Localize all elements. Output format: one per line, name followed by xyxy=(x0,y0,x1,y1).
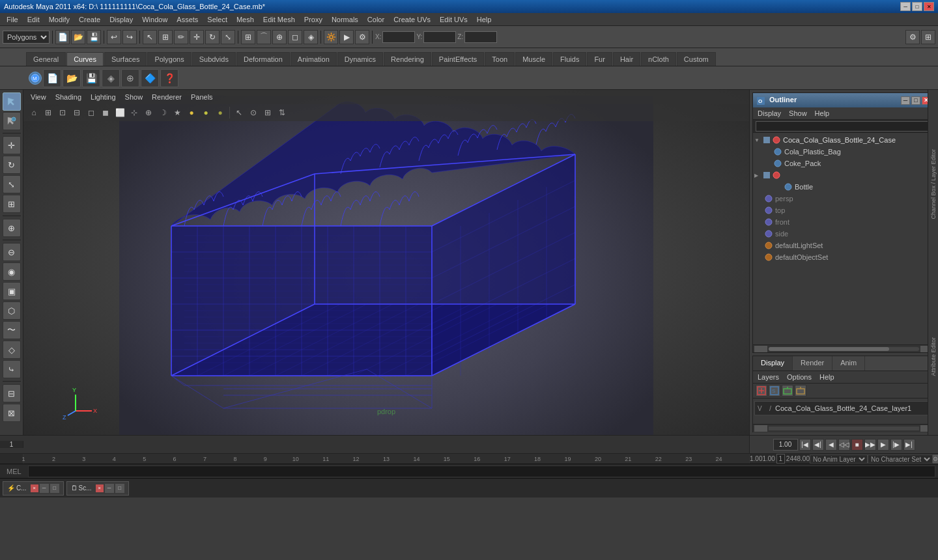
layer-tab-anim[interactable]: Anim xyxy=(832,356,865,371)
next-frame-button[interactable]: ▶ xyxy=(877,439,889,451)
new-scene-icon[interactable]: 📄 xyxy=(55,30,70,44)
prev-key-button[interactable]: ◀| xyxy=(812,439,824,451)
shelf-tab-toon[interactable]: Toon xyxy=(485,52,515,66)
vp-icon-wireframe[interactable]: ◻ xyxy=(85,106,98,119)
vp-icon-cam[interactable]: ⊕ xyxy=(142,106,155,119)
save-icon[interactable]: 💾 xyxy=(87,30,101,44)
flare-tool[interactable]: ◇ xyxy=(3,341,21,359)
cluster-tool[interactable]: ▣ xyxy=(3,282,21,300)
menu-mesh[interactable]: Mesh xyxy=(233,14,258,25)
outliner-menu-show[interactable]: Show xyxy=(787,109,809,118)
layer-add-sel-icon[interactable] xyxy=(782,385,793,397)
taskbar-min-1[interactable]: ─ xyxy=(40,484,49,493)
vp-icon-light2[interactable]: ● xyxy=(199,106,212,119)
redo-icon[interactable]: ↪ xyxy=(122,30,137,44)
menu-select[interactable]: Select xyxy=(203,14,231,25)
vp-menu-show[interactable]: Show xyxy=(122,92,147,102)
attribute-editor-label[interactable]: Attribute Editor xyxy=(930,335,937,379)
menu-assets[interactable]: Assets xyxy=(173,14,202,25)
menu-color[interactable]: Color xyxy=(363,14,388,25)
shelf-tab-animation[interactable]: Animation xyxy=(291,52,337,66)
select-icon[interactable]: ↖ xyxy=(143,30,157,44)
rotate-icon[interactable]: ↻ xyxy=(205,30,220,44)
channel-box-label[interactable]: Channel Box / Layer Editor xyxy=(930,147,937,222)
snap-surface-icon[interactable]: ◻ xyxy=(288,30,302,44)
tree-expand-arrow-2[interactable]: ▶ xyxy=(754,173,763,178)
layer-tab-render[interactable]: Render xyxy=(793,356,832,371)
scale-tool[interactable]: ⤡ xyxy=(3,175,21,193)
menu-modify[interactable]: Modify xyxy=(45,14,74,25)
vp-menu-panels[interactable]: Panels xyxy=(188,92,216,102)
outliner-menu-display[interactable]: Display xyxy=(756,109,783,118)
taskbar-item-2[interactable]: 🗒 Sc... × ─ □ xyxy=(66,481,129,496)
command-input-field[interactable] xyxy=(28,466,935,477)
vp-icon-xray[interactable]: ☽ xyxy=(156,106,169,119)
shelf-tab-general[interactable]: General xyxy=(26,52,66,66)
menu-window[interactable]: Window xyxy=(138,14,171,25)
layer-tab-display[interactable]: Display xyxy=(753,356,793,371)
taskbar-min-2[interactable]: ─ xyxy=(105,484,114,493)
tree-item-bottle-group[interactable]: ▶ xyxy=(753,169,935,181)
layer-scroll-track[interactable] xyxy=(769,427,919,430)
menu-file[interactable]: File xyxy=(3,14,22,25)
next-key-button[interactable]: |▶ xyxy=(890,439,902,451)
shelf-tab-painteffects[interactable]: PaintEffects xyxy=(432,52,485,66)
snap-other-icon[interactable]: ◈ xyxy=(304,30,318,44)
toolbar-extra-icon-2[interactable]: ⊞ xyxy=(921,30,935,44)
menu-help[interactable]: Help xyxy=(473,14,496,25)
layer-menu-help[interactable]: Help xyxy=(817,372,836,382)
shelf-icon-maya[interactable]: M xyxy=(29,72,42,85)
taskbar-max-1[interactable]: □ xyxy=(50,484,59,493)
y-field[interactable] xyxy=(423,31,456,43)
go-start-button[interactable]: |◀ xyxy=(799,439,811,451)
move-tool[interactable]: ✛ xyxy=(3,136,21,154)
layer-row-1[interactable]: V / Coca_Cola_Glass_Bottle_24_Case_layer… xyxy=(754,401,933,415)
shelf-tab-rendering[interactable]: Rendering xyxy=(384,52,431,66)
snap-grid-icon[interactable]: ⊞ xyxy=(241,30,255,44)
shelf-icon-7[interactable]: ❓ xyxy=(160,69,178,87)
maximize-button[interactable]: □ xyxy=(912,2,922,11)
tree-collapse-icon-2[interactable] xyxy=(763,172,770,178)
shelf-tab-hair[interactable]: Hair xyxy=(613,52,640,66)
menu-edit-uvs[interactable]: Edit UVs xyxy=(436,14,472,25)
tree-item-bottle[interactable]: Bottle xyxy=(753,181,935,193)
shelf-icon-1[interactable]: 📄 xyxy=(43,69,61,87)
render-settings-icon[interactable]: ⚙ xyxy=(355,30,369,44)
shelf-icon-6[interactable]: 🔷 xyxy=(141,69,159,87)
transform-tool[interactable]: ⊞ xyxy=(3,195,21,213)
scroll-left-btn[interactable] xyxy=(754,346,767,352)
tree-item-coke-pack[interactable]: Coke_Pack xyxy=(753,158,935,169)
select-tool[interactable] xyxy=(3,92,21,111)
outliner-search-input[interactable] xyxy=(756,121,932,132)
outliner-maximize-button[interactable]: □ xyxy=(911,96,920,105)
taskbar-max-2[interactable]: □ xyxy=(115,484,124,493)
tree-item-plastic-bag[interactable]: Cola_Plastic_Bag xyxy=(753,146,935,158)
layer-menu-options[interactable]: Options xyxy=(785,372,814,382)
show-manipulator-tool[interactable]: ⊕ xyxy=(3,219,21,237)
taskbar-item-1[interactable]: ⚡ C... × ─ □ xyxy=(3,481,64,496)
soft-mod-tool[interactable]: ⊖ xyxy=(3,243,21,261)
menu-normals[interactable]: Normals xyxy=(328,14,362,25)
menu-edit-mesh[interactable]: Edit Mesh xyxy=(259,14,299,25)
sculpt-tool[interactable]: ◉ xyxy=(3,262,21,281)
lattice-tool[interactable]: ⬡ xyxy=(3,301,21,320)
close-button[interactable]: ✕ xyxy=(924,2,934,11)
shelf-tab-fur[interactable]: Fur xyxy=(587,52,612,66)
taskbar-close-2[interactable]: × xyxy=(96,484,104,492)
vp-icon-bounding[interactable]: ⬜ xyxy=(113,106,126,119)
move-icon[interactable]: ✛ xyxy=(190,30,204,44)
tree-item-lightset[interactable]: defaultLightSet xyxy=(753,240,935,251)
layers-tool[interactable]: ⊠ xyxy=(3,404,21,422)
prev-frame-button[interactable]: ◀ xyxy=(825,439,837,451)
vp-icon-light3[interactable]: ● xyxy=(214,106,227,119)
vp-icon-points[interactable]: ⊹ xyxy=(128,106,141,119)
shelf-tab-polygons[interactable]: Polygons xyxy=(147,52,191,66)
menu-create-uvs[interactable]: Create UVs xyxy=(390,14,434,25)
shelf-tab-surfaces[interactable]: Surfaces xyxy=(104,52,147,66)
go-end-button[interactable]: ▶| xyxy=(903,439,915,451)
menu-create[interactable]: Create xyxy=(75,14,104,25)
model-3d-area[interactable]: X Y Z pdrop xyxy=(23,121,749,435)
shelf-tab-muscle[interactable]: Muscle xyxy=(515,52,552,66)
tree-collapse-icon[interactable] xyxy=(763,137,770,143)
layer-scrollbar[interactable] xyxy=(753,424,935,432)
